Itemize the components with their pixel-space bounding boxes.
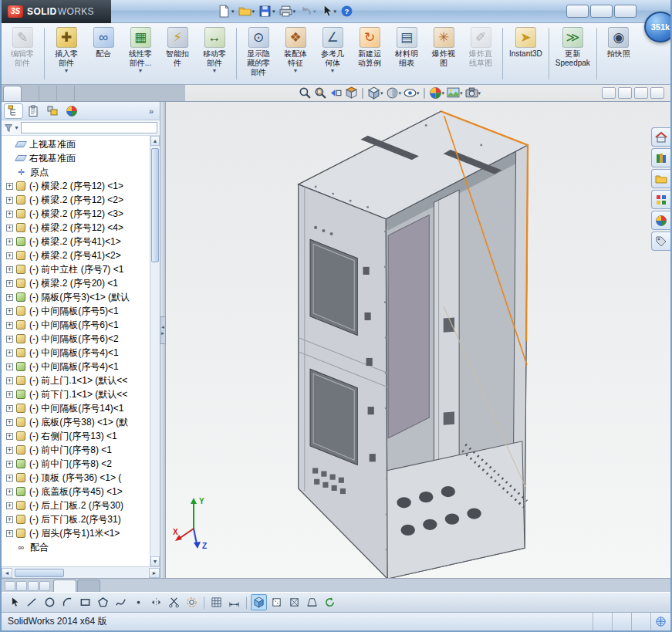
filter-caret-icon[interactable]: ▼ — [14, 125, 19, 130]
zoom-to-fit-button[interactable] — [298, 86, 312, 100]
zoom-to-area-button[interactable] — [313, 86, 328, 100]
cabinet-model[interactable] — [166, 102, 670, 578]
expand-toggle[interactable] — [6, 419, 13, 426]
dropdown-arrow[interactable]: ▼ — [64, 68, 69, 73]
tree-item-origin[interactable]: 原点 — [2, 165, 150, 179]
shaded-with-edges-button[interactable] — [251, 594, 267, 610]
command-button[interactable] — [549, 28, 549, 79]
spline-tool[interactable] — [113, 594, 129, 610]
select-tool[interactable] — [6, 594, 22, 610]
scroll-thumb[interactable] — [151, 148, 159, 262]
graphics-viewport[interactable]: Y X Z — [166, 102, 670, 578]
displaymanager-tab[interactable] — [62, 103, 81, 119]
tree-vertical-scrollbar[interactable]: ▲ ▼ — [150, 136, 160, 566]
expand-toggle[interactable] — [6, 294, 13, 301]
dropdown-arrow[interactable]: ▼ — [293, 68, 299, 73]
mirror-tool[interactable] — [148, 594, 164, 610]
tree-item[interactable]: (-) 眉头(序号1)1米<1> — [2, 526, 150, 540]
tree-item[interactable]: (-) 中间隔板(序号6)<2 — [2, 332, 150, 346]
tree-item[interactable]: (-) 中间隔板(序号4)<1 — [2, 346, 150, 360]
tree-item[interactable]: (-) 横梁.2 (序号41)<2> — [2, 248, 150, 262]
menu-file[interactable] — [117, 9, 130, 14]
tree-item[interactable]: (-) 中间隔板(序号14)<1 — [2, 401, 150, 415]
menu-edit[interactable] — [130, 9, 142, 14]
dropdown-arrow[interactable]: ▾ — [460, 90, 463, 96]
tree-horizontal-scrollbar[interactable]: ◄ ► — [2, 566, 160, 578]
tree-item[interactable]: (-) 前中门(序号8) <1 — [2, 443, 150, 457]
assembly-features-button[interactable]: 装配体 特征 ▼ — [277, 25, 314, 83]
tab-layout[interactable] — [22, 86, 39, 101]
design-library-tab[interactable] — [651, 148, 670, 167]
expand-toggle[interactable] — [6, 530, 13, 537]
expand-toggle[interactable] — [6, 502, 13, 509]
tree-item[interactable]: (-) 横梁.2 (序号12) <4> — [2, 221, 150, 235]
rebuild-button[interactable] — [322, 594, 338, 610]
select-button[interactable]: ▾ — [319, 4, 339, 19]
prev-tab-button[interactable] — [16, 581, 27, 591]
dropdown-arrow[interactable]: ▾ — [417, 90, 420, 96]
tree-item[interactable]: (-) 横梁.2 (序号41)<1> — [2, 235, 150, 248]
expand-toggle[interactable] — [6, 238, 13, 245]
print-button[interactable]: ▾ — [278, 4, 298, 19]
tree-item-top-plane[interactable]: 上视基准面 — [2, 137, 150, 151]
tree-item[interactable]: (-) 顶板 (序号36) <1> ( — [2, 471, 150, 485]
tree-item[interactable]: (-) 底板(序号38) <1> (默 — [2, 415, 150, 429]
dropdown-arrow[interactable]: ▾ — [272, 8, 275, 15]
dropdown-arrow[interactable]: ▾ — [293, 8, 296, 15]
exploded-view-button[interactable]: 爆炸视 图 — [425, 25, 462, 83]
dropdown-arrow[interactable]: ▾ — [231, 8, 235, 15]
save-button[interactable]: ▾ — [257, 4, 277, 19]
scroll-up-arrow[interactable]: ▲ — [150, 136, 160, 146]
panel-splitter[interactable]: ◄► — [160, 102, 166, 578]
menu-tools[interactable] — [167, 9, 179, 14]
view-orientation-button[interactable]: ▾ — [366, 86, 384, 100]
wireframe-button[interactable] — [286, 594, 302, 610]
offset-tool[interactable] — [184, 594, 200, 610]
mate-button[interactable]: 配合 — [85, 25, 122, 83]
sketch-tool[interactable] — [246, 597, 247, 609]
tree-item[interactable]: (-) 后上门板.2 (序号30) — [2, 499, 150, 512]
explode-line-sketch-button[interactable]: 爆炸直 线草图 — [462, 25, 499, 83]
scroll-left-arrow[interactable]: ◄ — [2, 568, 12, 578]
tree-item[interactable]: (-) 隔板(序号3)<1> (默认 — [2, 290, 150, 304]
propertymanager-tab[interactable] — [23, 103, 42, 119]
move-component-button[interactable]: 移动零 部件 ▼ — [196, 25, 233, 83]
doc-minimize-button[interactable] — [618, 87, 632, 99]
expand-toggle[interactable] — [6, 363, 13, 370]
file-explorer-tab[interactable] — [651, 169, 670, 188]
smart-fasteners-button[interactable]: 智能扣 件 — [159, 25, 196, 83]
expand-toggle[interactable] — [6, 391, 13, 398]
dropdown-arrow[interactable]: ▾ — [478, 90, 481, 96]
expand-toggle[interactable] — [6, 280, 13, 287]
expand-toggle[interactable] — [6, 447, 13, 454]
hidden-lines-button[interactable] — [268, 594, 285, 610]
expand-toggle[interactable] — [6, 225, 13, 232]
insert-components-button[interactable]: 插入零 部件 ▼ — [48, 25, 85, 83]
maximize-button[interactable] — [590, 5, 613, 18]
linear-component-pattern-button[interactable]: 线性零 部件... ▼ — [122, 25, 159, 83]
section-view-button[interactable] — [344, 86, 359, 100]
tree-item[interactable]: (-) 右侧门(序号13) <1 — [2, 429, 150, 443]
expand-toggle[interactable] — [6, 461, 13, 468]
expand-toggle[interactable] — [6, 516, 13, 523]
expand-toggle[interactable] — [6, 475, 13, 482]
instant3d-button[interactable]: Instant3D — [506, 25, 545, 83]
new-motion-study-button[interactable]: 新建运 动算例 — [351, 25, 388, 83]
view-palette-tab[interactable] — [651, 190, 670, 209]
minimize-button[interactable] — [566, 5, 589, 18]
dropdown-arrow[interactable]: ▼ — [138, 68, 144, 73]
custom-properties-tab[interactable] — [651, 232, 670, 251]
undo-button[interactable]: ▾ — [298, 4, 318, 19]
tree-item[interactable]: (-) 后下门板.2(序号31) — [2, 512, 150, 526]
headsup-button[interactable] — [424, 88, 425, 99]
tree-item[interactable]: (-) 中间隔板(序号4)<1 — [2, 360, 150, 373]
tree-item[interactable]: (-) 中间隔板(序号5)<1 — [2, 304, 150, 318]
view-settings-button[interactable]: ▾ — [464, 86, 482, 100]
dropdown-arrow[interactable]: ▾ — [252, 8, 255, 15]
apply-scene-button[interactable]: ▾ — [446, 86, 464, 100]
display-style-button[interactable]: ▾ — [385, 86, 403, 100]
update-speedpak-button[interactable]: 更新 Speedpak — [552, 25, 593, 83]
hide-show-items-button[interactable]: ▾ — [403, 86, 420, 100]
filter-funnel-icon[interactable] — [4, 123, 13, 133]
sketch-tool[interactable] — [204, 597, 204, 609]
